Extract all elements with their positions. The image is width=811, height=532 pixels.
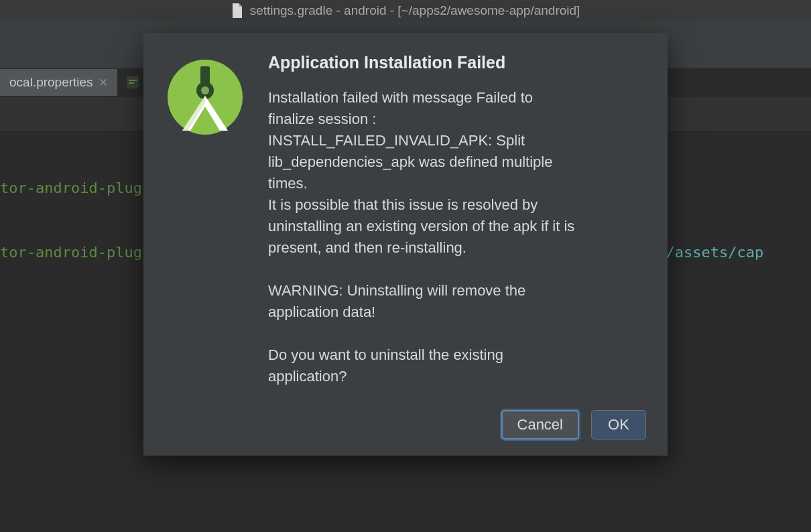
cancel-button[interactable]: Cancel bbox=[501, 410, 579, 440]
svg-rect-2 bbox=[129, 82, 134, 84]
msg-line: finalize session : bbox=[268, 109, 646, 130]
window-titlebar: settings.gradle - android - [~/apps2/awe… bbox=[0, 0, 811, 21]
dialog-install-failed: Application Installation Failed Installa… bbox=[143, 33, 668, 456]
tab-local-properties[interactable]: ocal.properties ✕ bbox=[0, 69, 117, 96]
msg-line: times. bbox=[268, 173, 646, 194]
gradle-icon bbox=[127, 76, 139, 88]
svg-rect-1 bbox=[129, 80, 137, 81]
dialog-message: Installation failed with message Failed … bbox=[268, 87, 646, 387]
msg-line: application? bbox=[268, 366, 646, 387]
ok-button[interactable]: OK bbox=[591, 410, 646, 440]
tab-label: ocal.properties bbox=[9, 75, 93, 90]
msg-line: uninstalling an existing version of the … bbox=[268, 216, 646, 237]
msg-line: INSTALL_FAILED_INVALID_APK: Split bbox=[268, 130, 646, 151]
msg-line: application data! bbox=[268, 302, 646, 323]
msg-line bbox=[268, 323, 646, 344]
msg-line: lib_dependencies_apk was defined multipl… bbox=[268, 151, 646, 173]
android-studio-icon bbox=[165, 57, 245, 387]
msg-line: present, and then re-installing. bbox=[268, 237, 646, 259]
msg-line: WARNING: Uninstalling will remove the bbox=[268, 280, 646, 302]
window-title: settings.gradle - android - [~/apps2/awe… bbox=[250, 3, 580, 18]
msg-line: Do you want to uninstall the existing bbox=[268, 344, 646, 366]
close-icon[interactable]: ✕ bbox=[99, 76, 108, 90]
msg-line bbox=[268, 259, 646, 280]
file-icon bbox=[231, 3, 243, 18]
msg-line: Installation failed with message Failed … bbox=[268, 87, 646, 109]
dialog-title: Application Installation Failed bbox=[268, 53, 646, 72]
msg-line: It is possible that this issue is resolv… bbox=[268, 194, 646, 216]
svg-point-6 bbox=[201, 86, 209, 94]
svg-rect-4 bbox=[200, 66, 210, 84]
